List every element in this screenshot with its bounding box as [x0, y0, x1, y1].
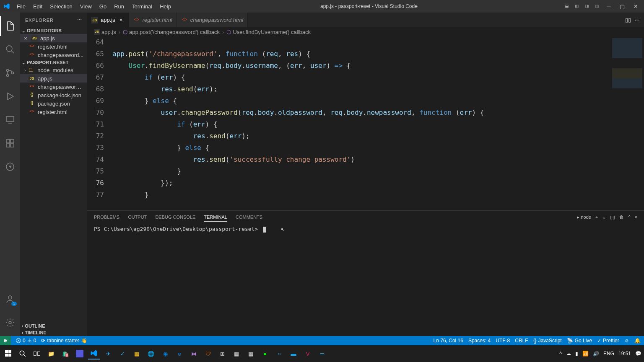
status-errors[interactable]: ⓧ0⚠0: [16, 337, 36, 344]
outline-header[interactable]: ›OUTLINE: [20, 323, 87, 329]
open-editor-item[interactable]: <>register.html: [20, 42, 87, 51]
run-debug-icon[interactable]: [0, 86, 20, 106]
status-golive[interactable]: 📡Go Live: [567, 338, 592, 344]
taskbar-app-icon[interactable]: ✓: [117, 348, 128, 359]
menu-go[interactable]: Go: [96, 2, 110, 11]
status-bell-icon[interactable]: 🔔: [634, 338, 641, 344]
tab-register[interactable]: <>register.html: [129, 13, 177, 27]
menu-edit[interactable]: Edit: [30, 2, 46, 11]
close-icon[interactable]: ×: [23, 35, 29, 41]
taskbar-app-icon[interactable]: ⊞: [216, 348, 228, 359]
panel-tab-terminal[interactable]: TERMINAL: [204, 213, 227, 222]
code-editor[interactable]: app.post('/changepassword', function (re…: [112, 36, 610, 210]
status-position[interactable]: Ln 76, Col 16: [434, 338, 463, 344]
layout-icon[interactable]: [594, 3, 600, 10]
tray-wifi-icon[interactable]: 📶: [582, 351, 589, 357]
source-control-icon[interactable]: [0, 63, 20, 83]
tray-chevron-icon[interactable]: ^: [559, 351, 562, 357]
terminal-shell-label[interactable]: ▸ node: [577, 215, 591, 220]
explorer-more-icon[interactable]: ⋯: [77, 17, 82, 23]
settings-icon[interactable]: [0, 313, 20, 333]
file-item[interactable]: <>register.html: [20, 108, 87, 116]
taskbar-app-icon[interactable]: e: [174, 348, 185, 359]
taskbar-app-icon[interactable]: V: [302, 348, 314, 359]
panel-tab-debug[interactable]: DEBUG CONSOLE: [155, 213, 195, 221]
remote-button[interactable]: [0, 336, 11, 345]
panel-tab-output[interactable]: OUTPUT: [128, 213, 147, 221]
toggle-panel-icon[interactable]: [564, 3, 570, 10]
taskbar-app-icon[interactable]: ✈: [102, 348, 114, 359]
taskbar-taskview-icon[interactable]: [31, 348, 43, 359]
toggle-secondary-icon[interactable]: [584, 3, 590, 10]
remote-explorer-icon[interactable]: [0, 110, 20, 130]
taskbar-app-icon[interactable]: [74, 348, 86, 359]
split-editor-icon[interactable]: ▯▯: [625, 17, 631, 23]
taskbar-app-icon[interactable]: ○: [273, 348, 285, 359]
search-icon[interactable]: [0, 39, 20, 59]
taskbar-app-icon[interactable]: 🛡: [202, 348, 214, 359]
minimap[interactable]: [610, 36, 644, 210]
timeline-header[interactable]: ›TIMELINE: [20, 329, 87, 336]
maximize-button[interactable]: ▢: [617, 1, 627, 11]
tab-more-icon[interactable]: ⋯: [634, 17, 640, 23]
status-feedback-icon[interactable]: ☺: [624, 338, 629, 344]
menu-view[interactable]: View: [77, 2, 95, 11]
status-spaces[interactable]: Spaces: 4: [468, 338, 491, 344]
close-icon[interactable]: ×: [118, 17, 125, 23]
tray-battery-icon[interactable]: ▮: [575, 351, 578, 357]
terminal-dropdown-icon[interactable]: ⌄: [602, 215, 606, 220]
taskbar-app-icon[interactable]: ⧓: [188, 348, 200, 359]
explorer-icon[interactable]: [0, 16, 20, 36]
open-editor-item[interactable]: <>changepassword...: [20, 51, 87, 59]
tray-notifications-icon[interactable]: 💬: [635, 351, 641, 357]
taskbar-app-icon[interactable]: ▬: [288, 348, 299, 359]
menu-terminal[interactable]: Terminal: [128, 2, 156, 11]
taskbar-app-icon[interactable]: 🌐: [145, 348, 157, 359]
taskbar-search-icon[interactable]: [17, 348, 29, 359]
tray-lang[interactable]: ENG: [603, 351, 614, 357]
project-header[interactable]: ⌄PASSPORT-RESET: [20, 59, 87, 66]
panel-tab-comments[interactable]: COMMENTS: [236, 213, 262, 221]
taskbar-app-icon[interactable]: ▦: [245, 348, 257, 359]
file-item[interactable]: JSapp.js: [20, 74, 87, 83]
thunderclient-icon[interactable]: [0, 157, 20, 177]
maximize-panel-icon[interactable]: ^: [628, 215, 630, 220]
tray-volume-icon[interactable]: 🔊: [593, 351, 599, 357]
open-editors-header[interactable]: ⌄OPEN EDITORS: [20, 27, 87, 34]
accounts-icon[interactable]: 1: [0, 289, 20, 309]
taskbar-app-icon[interactable]: 🛍️: [60, 348, 71, 359]
file-item[interactable]: {}package-lock.json: [20, 91, 87, 99]
tab-appjs[interactable]: JSapp.js×: [87, 13, 129, 27]
taskbar-app-icon[interactable]: ▦: [231, 348, 242, 359]
toggle-sidebar-icon[interactable]: [574, 3, 580, 10]
new-terminal-icon[interactable]: +: [595, 215, 598, 220]
panel-tab-problems[interactable]: PROBLEMS: [94, 213, 119, 221]
folder-item[interactable]: ›🗀node_modules: [20, 66, 87, 74]
menu-file[interactable]: File: [13, 2, 29, 11]
status-tabnine[interactable]: ⟳tabnine starter👋: [41, 338, 87, 344]
open-editor-item[interactable]: ×JSapp.js: [20, 34, 87, 42]
menu-help[interactable]: Help: [156, 2, 174, 11]
taskbar-app-icon[interactable]: ●: [259, 348, 271, 359]
close-panel-icon[interactable]: ×: [635, 215, 637, 220]
breadcrumb[interactable]: JSapp.js › ⬡app.post('/changepassword') …: [87, 27, 644, 36]
status-encoding[interactable]: UTF-8: [496, 338, 510, 344]
extensions-icon[interactable]: [0, 133, 20, 153]
taskbar-app-icon[interactable]: ▭: [316, 348, 328, 359]
kill-terminal-icon[interactable]: 🗑: [619, 215, 624, 220]
close-button[interactable]: ✕: [631, 1, 641, 11]
terminal[interactable]: PS C:\Users\ag290\OneDrive\Desktop\passp…: [87, 223, 644, 336]
status-eol[interactable]: CRLF: [515, 338, 528, 344]
start-button[interactable]: [3, 348, 14, 359]
taskbar-app-icon[interactable]: ▦: [131, 348, 143, 359]
file-item[interactable]: {}package.json: [20, 99, 87, 108]
tray-time[interactable]: 19:51: [618, 351, 631, 357]
menu-run[interactable]: Run: [111, 2, 127, 11]
tray-cloud-icon[interactable]: ☁: [566, 351, 571, 357]
minimize-button[interactable]: ─: [604, 1, 614, 11]
taskbar-vscode-icon[interactable]: [88, 348, 100, 359]
taskbar-app-icon[interactable]: 📁: [45, 348, 57, 359]
split-terminal-icon[interactable]: ▯▯: [610, 215, 615, 220]
tab-changepassword[interactable]: <>changepassword.html: [177, 13, 248, 27]
taskbar-app-icon[interactable]: ◉: [159, 348, 171, 359]
